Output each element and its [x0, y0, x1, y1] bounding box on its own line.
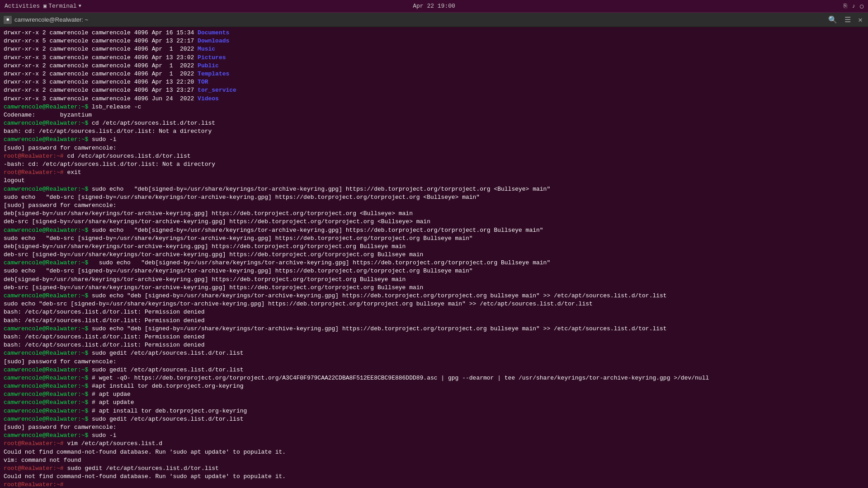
terminal-line: sudo echo "deb-src [signed-by=/usr/share… [4, 235, 864, 243]
terminal-line: drwxr-xr-x 2 camwrencole camwrencole 409… [4, 62, 864, 70]
terminal-line: Codename: byzantium [4, 111, 864, 119]
terminal-line: camwrencole@Realwater:~$ sudo -i [4, 136, 864, 144]
volume-icon: ♪ [852, 3, 855, 9]
terminal-titlebar: ■ camwrencole@Realwater: ~ 🔍 ☰ ✕ [0, 13, 868, 27]
terminal-line: camwrencole@Realwater:~$ # apt update [4, 399, 864, 407]
terminal-line: deb-src [signed-by=/usr/share/keyrings/t… [4, 284, 864, 292]
terminal-line: -bash: cd: /etc/apt/sources.list.d/tor.l… [4, 160, 864, 169]
terminal-line: camwrencole@Realwater:~$ sudo -i [4, 432, 864, 440]
terminal-line: camwrencole@Realwater:~$ sudo echo "deb … [4, 292, 864, 300]
terminal-line: root@Realwater:~# cd /etc/apt/sources.li… [4, 152, 864, 160]
titlebar-controls: 🔍 ☰ ✕ [826, 14, 864, 25]
terminal-window: ■ camwrencole@Realwater: ~ 🔍 ☰ ✕ drwxr-x… [0, 13, 868, 488]
topbar-right: ⎘ ♪ ◯ [844, 3, 863, 10]
terminal-line: camwrencole@Realwater:~$ # apt install t… [4, 407, 864, 415]
terminal-output: drwxr-xr-x 2 camwrencole camwrencole 409… [4, 29, 864, 488]
terminal-line: camwrencole@Realwater:~$ sudo echo "deb[… [4, 259, 864, 267]
terminal-line: camwrencole@Realwater:~$ # wget -qO- htt… [4, 374, 864, 382]
terminal-body[interactable]: drwxr-xr-x 2 camwrencole camwrencole 409… [0, 27, 868, 488]
terminal-line: camwrencole@Realwater:~$ sudo echo "deb … [4, 325, 864, 333]
terminal-line: bash: /etc/apt/sources.list.d/tor.list: … [4, 308, 864, 316]
terminal-line: sudo echo "deb-src [signed-by=/usr/share… [4, 267, 864, 275]
terminal-line: camwrencole@Realwater:~$ sudo gedit /etc… [4, 366, 864, 374]
terminal-window-icon: ■ [4, 16, 12, 24]
terminal-line: drwxr-xr-x 2 camwrencole camwrencole 409… [4, 70, 864, 78]
menu-button[interactable]: ☰ [843, 14, 853, 25]
terminal-line: sudo echo "deb-src [signed-by=/usr/share… [4, 300, 864, 308]
terminal-line: [sudo] password for camwrencole: [4, 358, 864, 366]
terminal-line: logout [4, 177, 864, 185]
close-button[interactable]: ✕ [856, 14, 864, 25]
terminal-line: camwrencole@Realwater:~$ sudo echo "deb[… [4, 226, 864, 235]
terminal-line: drwxr-xr-x 5 camwrencole camwrencole 409… [4, 37, 864, 45]
terminal-line: root@Realwater:~# vim /etc/apt/sources.l… [4, 440, 864, 448]
terminal-icon: ▣ [43, 3, 47, 9]
terminal-line: deb-src [signed-by=/usr/share/keyrings/t… [4, 251, 864, 259]
terminal-line: sudo echo "deb-src [signed-by=/usr/share… [4, 193, 864, 202]
terminal-line: vim: command not found [4, 456, 864, 465]
terminal-app-label: ▣ Terminal ▼ [43, 3, 81, 9]
power-icon: ◯ [860, 3, 863, 10]
terminal-line: camwrencole@Realwater:~$ sudo gedit /etc… [4, 349, 864, 357]
terminal-line: bash: /etc/apt/sources.list.d/tor.list: … [4, 317, 864, 325]
terminal-window-title: camwrencole@Realwater: ~ [14, 16, 88, 23]
terminal-dropdown-icon[interactable]: ▼ [79, 4, 81, 9]
terminal-line: deb[signed-by=/usr/share/keyrings/tor-ar… [4, 243, 864, 251]
titlebar-left: ■ camwrencole@Realwater: ~ [4, 16, 88, 24]
terminal-line: [sudo] password for camwrencole: [4, 202, 864, 210]
terminal-line: camwrencole@Realwater:~$ sudo gedit /etc… [4, 415, 864, 423]
terminal-line: drwxr-xr-x 2 camwrencole camwrencole 409… [4, 86, 864, 94]
topbar-datetime: Apr 22 19:00 [413, 3, 455, 9]
terminal-line: bash: /etc/apt/sources.list.d/tor.list: … [4, 333, 864, 341]
terminal-line: Could not find command-not-found databas… [4, 473, 864, 481]
activities-button[interactable]: Activities [5, 3, 40, 9]
terminal-line: Could not find command-not-found databas… [4, 448, 864, 456]
terminal-line: bash: cd: /etc/apt/sources.list.d/tor.li… [4, 127, 864, 136]
terminal-line: drwxr-xr-x 3 camwrencole camwrencole 409… [4, 54, 864, 62]
terminal-line: camwrencole@Realwater:~$ cd /etc/apt/sou… [4, 119, 864, 127]
terminal-line: root@Realwater:~# sudo gedit /etc/apt/so… [4, 465, 864, 473]
terminal-line: camwrencole@Realwater:~$ lsb_release -c [4, 103, 864, 111]
terminal-line: drwxr-xr-x 2 camwrencole camwrencole 409… [4, 45, 864, 53]
terminal-line: [sudo] password for camwrencole: [4, 144, 864, 152]
terminal-line: camwrencole@Realwater:~$ # apt updae [4, 390, 864, 399]
terminal-line: deb[signed-by=/usr/share/keyrings/tor-ar… [4, 276, 864, 284]
terminal-line: deb[signed-by=/usr/share/keyrings/tor-ar… [4, 210, 864, 218]
network-icon: ⎘ [844, 3, 847, 9]
system-topbar: Activities ▣ Terminal ▼ Apr 22 19:00 ⎘ ♪… [0, 0, 868, 13]
terminal-line: [sudo] password for camwrencole: [4, 423, 864, 432]
terminal-line: root@Realwater:~# [4, 481, 864, 488]
terminal-line: drwxr-xr-x 3 camwrencole camwrencole 409… [4, 95, 864, 103]
terminal-line: camwrencole@Realwater:~$ sudo echo "deb[… [4, 185, 864, 193]
topbar-left: Activities ▣ Terminal ▼ [5, 3, 81, 9]
terminal-line: drwxr-xr-x 3 camwrencole camwrencole 409… [4, 78, 864, 86]
terminal-line: drwxr-xr-x 2 camwrencole camwrencole 409… [4, 29, 864, 37]
terminal-line: root@Realwater:~# exit [4, 169, 864, 177]
terminal-line: bash: /etc/apt/sources.list.d/tor.list: … [4, 341, 864, 349]
terminal-label[interactable]: Terminal [48, 3, 76, 9]
terminal-line: deb-src [signed-by=/usr/share/keyrings/t… [4, 218, 864, 226]
terminal-line: camwrencole@Realwater:~$ #apt install to… [4, 382, 864, 390]
search-button[interactable]: 🔍 [826, 14, 839, 25]
